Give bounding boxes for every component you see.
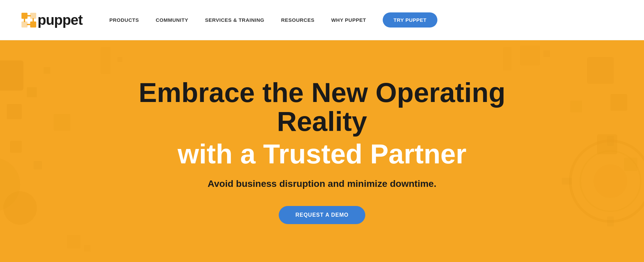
try-puppet-button[interactable]: TRY PUPPET <box>383 12 437 28</box>
svg-rect-14 <box>34 161 42 169</box>
svg-rect-2 <box>21 21 28 28</box>
svg-point-22 <box>570 141 644 221</box>
svg-rect-10 <box>27 87 37 97</box>
site-header: puppet PRODUCTS COMMUNITY SERVICES & TRA… <box>0 0 644 40</box>
svg-rect-7 <box>27 24 31 25</box>
logo-link[interactable]: puppet <box>20 11 83 29</box>
svg-point-15 <box>3 191 37 225</box>
svg-rect-20 <box>597 134 617 154</box>
svg-rect-32 <box>520 45 540 65</box>
nav-community[interactable]: COMMUNITY <box>156 17 188 23</box>
hero-section: Embrace the New Operating Reality with a… <box>0 40 644 262</box>
svg-rect-11 <box>44 67 50 74</box>
svg-rect-3 <box>30 21 36 28</box>
request-demo-button[interactable]: REQUEST A DEMO <box>279 206 366 224</box>
svg-rect-30 <box>117 57 122 62</box>
nav-services[interactable]: SERVICES & TRAINING <box>205 17 264 23</box>
svg-rect-34 <box>67 235 80 248</box>
svg-rect-5 <box>24 18 25 22</box>
svg-rect-21 <box>624 158 637 171</box>
svg-point-16 <box>0 158 20 211</box>
svg-rect-12 <box>54 114 70 131</box>
svg-rect-31 <box>503 47 512 70</box>
svg-rect-4 <box>27 15 31 16</box>
nav-resources[interactable]: RESOURCES <box>281 17 315 23</box>
svg-rect-33 <box>543 50 550 57</box>
hero-title-line2: with a Trusted Partner <box>121 140 523 168</box>
hero-title-line1: Embrace the New Operating Reality <box>121 78 523 136</box>
main-nav: PRODUCTS COMMUNITY SERVICES & TRAINING R… <box>109 12 624 28</box>
puppet-logo-icon <box>20 11 38 29</box>
svg-rect-26 <box>607 216 614 226</box>
nav-products[interactable]: PRODUCTS <box>109 17 139 23</box>
svg-rect-25 <box>607 136 614 146</box>
svg-rect-18 <box>610 94 627 111</box>
nav-why-puppet[interactable]: WHY PUPPET <box>331 17 366 23</box>
svg-point-24 <box>594 164 627 198</box>
svg-rect-13 <box>10 141 22 153</box>
svg-rect-0 <box>21 13 28 19</box>
svg-rect-27 <box>562 178 572 185</box>
svg-rect-6 <box>33 18 34 22</box>
svg-point-23 <box>580 151 641 211</box>
svg-rect-1 <box>30 13 36 19</box>
svg-rect-29 <box>101 47 111 74</box>
svg-rect-9 <box>7 104 22 119</box>
svg-rect-8 <box>0 60 23 91</box>
hero-subtitle: Avoid business disruption and minimize d… <box>121 178 523 189</box>
svg-rect-19 <box>570 101 582 112</box>
svg-rect-35 <box>84 245 91 252</box>
logo-text: puppet <box>38 12 83 28</box>
svg-rect-17 <box>587 57 614 84</box>
hero-content: Embrace the New Operating Reality with a… <box>121 78 523 224</box>
